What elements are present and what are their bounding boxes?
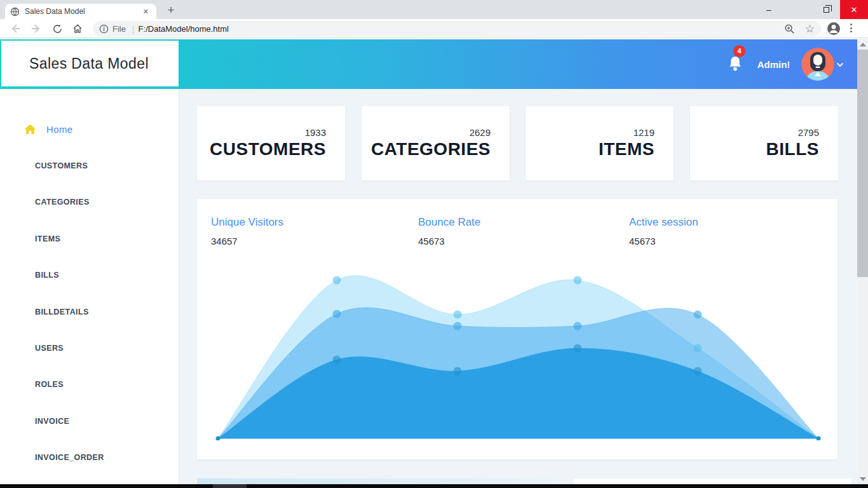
address-scheme-label[interactable]: File xyxy=(112,24,126,34)
stat-label: ITEMS xyxy=(599,139,654,159)
sidebar-item-label: INVOICE_ORDER xyxy=(35,453,104,462)
tab-favicon-globe-icon xyxy=(10,7,20,17)
sidebar-item-billdetails[interactable]: BILLDETAILS xyxy=(0,294,179,330)
tab-close-icon[interactable]: ✕ xyxy=(140,6,151,17)
sidebar-item-invoice[interactable]: INVOICE xyxy=(0,403,179,439)
home-icon xyxy=(72,23,83,34)
scroll-up-icon[interactable] xyxy=(860,43,866,46)
sidebar-nav: Home CUSTOMERS CATEGORIES ITEMS BILLS BI… xyxy=(0,89,179,485)
browser-tab[interactable]: Sales Data Model ✕ xyxy=(5,4,156,19)
chart-point xyxy=(454,322,462,330)
sidebar-item-label: INVOICE xyxy=(35,417,69,426)
sidebar-item-bills[interactable]: BILLS xyxy=(0,257,179,294)
brand-title: Sales Data Model xyxy=(29,55,149,72)
stat-value: 2629 xyxy=(470,127,491,138)
metric-label: Active session xyxy=(629,216,820,229)
stat-label: BILLS xyxy=(766,139,819,159)
stat-value: 1219 xyxy=(634,127,654,138)
sidebar-item-items[interactable]: ITEMS xyxy=(0,220,179,257)
window-close-button[interactable]: ✕ xyxy=(840,0,868,19)
sidebar-item-label: USERS xyxy=(35,344,64,353)
sidebar-item-categories[interactable]: CATEGORIES xyxy=(0,184,179,220)
chart-point xyxy=(333,356,341,364)
metric-active-session: Active session 45673 xyxy=(629,216,820,247)
info-icon xyxy=(99,24,109,34)
browser-toolbar: File | F:/DataModel/home.html ☆ xyxy=(0,19,868,38)
chart-point xyxy=(694,367,702,376)
back-arrow-icon xyxy=(10,23,21,34)
bell-icon xyxy=(727,55,743,74)
back-button[interactable] xyxy=(8,21,23,36)
sidebar-item-home[interactable]: Home xyxy=(0,111,179,147)
chart-point xyxy=(454,367,462,376)
sidebar-item-customers[interactable]: CUSTOMERS xyxy=(0,147,179,184)
stat-card-bills: 2795 BILLS xyxy=(690,106,838,180)
sidebar-item-label: ITEMS xyxy=(35,234,60,243)
stat-card-items: 1219 ITEMS xyxy=(526,106,674,180)
user-menu-caret[interactable] xyxy=(836,58,844,70)
window-restore-button[interactable] xyxy=(812,0,840,19)
bookmark-star-icon[interactable]: ☆ xyxy=(805,22,815,36)
house-icon xyxy=(24,124,36,135)
tab-title: Sales Data Model xyxy=(25,7,140,16)
scroll-down-icon[interactable] xyxy=(860,477,866,481)
stat-label: CATEGORIES xyxy=(371,139,491,159)
chart-point xyxy=(333,276,341,285)
chart-point xyxy=(694,344,702,353)
sidebar-item-label: ROLES xyxy=(35,380,64,389)
sidebar-item-label: CATEGORIES xyxy=(35,198,90,207)
stat-value: 2795 xyxy=(798,127,819,138)
metric-value: 45673 xyxy=(418,236,609,247)
metric-label: Unique Visitors xyxy=(211,216,402,229)
reload-icon xyxy=(52,24,63,34)
profile-icon xyxy=(827,22,841,36)
dashboard-page: Sales Data Model 4 Admin! xyxy=(0,39,868,488)
brand-logo: Sales Data Model xyxy=(1,41,179,86)
user-greeting: Admin! xyxy=(750,39,797,89)
chart-point xyxy=(454,311,462,319)
sidebar-item-roles[interactable]: ROLES xyxy=(0,367,179,403)
chevron-down-icon xyxy=(836,62,844,67)
chart-point xyxy=(574,276,582,285)
avatar-illustration xyxy=(801,48,834,81)
metric-bounce-rate: Bounce Rate 45673 xyxy=(418,216,609,247)
visitors-area-chart xyxy=(197,265,837,440)
metric-value: 45673 xyxy=(629,236,820,247)
stat-card-customers: 1933 CUSTOMERS xyxy=(197,106,345,180)
sidebar-item-users[interactable]: USERS xyxy=(0,330,179,366)
chart-point xyxy=(574,344,582,353)
reload-button[interactable] xyxy=(50,21,65,36)
forward-arrow-icon xyxy=(31,23,42,34)
stat-card-categories: 2629 CATEGORIES xyxy=(362,106,510,180)
address-bar[interactable]: File | F:/DataModel/home.html ☆ xyxy=(93,21,821,37)
zoom-icon[interactable] xyxy=(784,24,795,34)
chart-point xyxy=(574,322,582,330)
metric-unique-visitors: Unique Visitors 34657 xyxy=(211,216,402,247)
sidebar-item-label: BILLDETAILS xyxy=(35,308,89,316)
home-button[interactable] xyxy=(70,21,85,36)
sidebar-item-label: Home xyxy=(46,124,73,135)
window-minimize-button[interactable]: – xyxy=(755,0,783,19)
address-separator: | xyxy=(132,24,135,34)
sidebar-item-invoice-order[interactable]: INVOICE_ORDER xyxy=(0,440,179,476)
taskbar-edge xyxy=(0,484,868,488)
browser-menu-button[interactable] xyxy=(850,24,852,32)
page-scrollbar[interactable] xyxy=(857,39,868,485)
forward-button[interactable] xyxy=(29,21,44,36)
address-url[interactable]: F:/DataModel/home.html xyxy=(139,24,784,34)
sidebar-list: Home CUSTOMERS CATEGORIES ITEMS BILLS BI… xyxy=(0,111,179,476)
browser-profile-button[interactable] xyxy=(827,22,841,38)
stat-label: CUSTOMERS xyxy=(210,139,326,159)
metric-label: Bounce Rate xyxy=(418,216,609,229)
user-avatar[interactable] xyxy=(801,48,834,81)
main-content: 1933 CUSTOMERS 2629 CATEGORIES 1219 ITEM… xyxy=(179,89,857,485)
visitors-chart-card: Unique Visitors 34657 Bounce Rate 45673 … xyxy=(197,199,837,459)
scrollbar-thumb[interactable] xyxy=(857,50,868,277)
chart-point xyxy=(694,311,702,319)
browser-titlebar: Sales Data Model ✕ + – ✕ xyxy=(0,0,868,19)
stat-value: 1933 xyxy=(305,127,326,138)
notification-badge: 4 xyxy=(733,45,745,57)
sidebar-item-label: CUSTOMERS xyxy=(35,161,88,170)
new-tab-button[interactable]: + xyxy=(163,3,179,19)
metric-value: 34657 xyxy=(211,236,402,247)
